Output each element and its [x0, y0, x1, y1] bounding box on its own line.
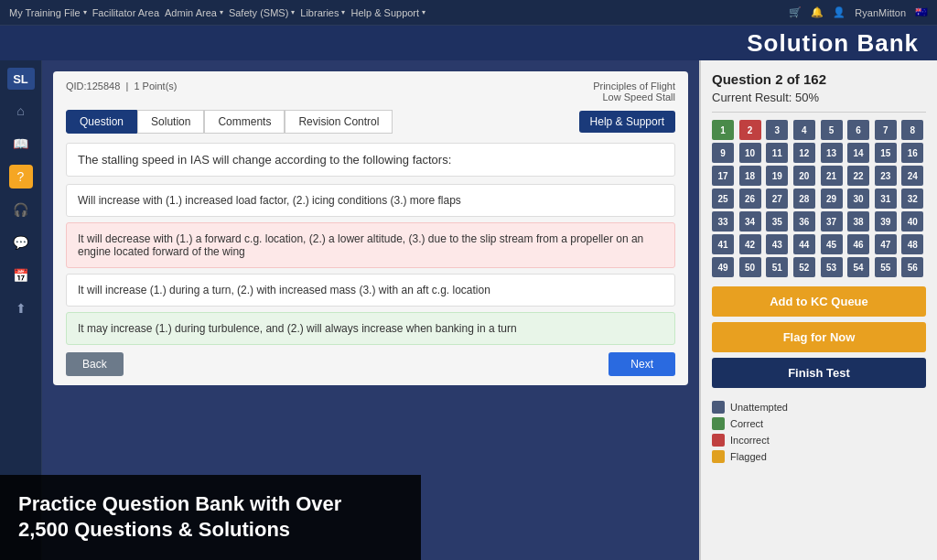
answer-option-b[interactable]: It will decrease with (1.) a forward c.g…: [66, 222, 675, 268]
sidebar-icon-question[interactable]: ?: [9, 165, 33, 188]
tab-revision-control[interactable]: Revision Control: [285, 110, 393, 134]
grid-cell-33[interactable]: 33: [712, 211, 734, 232]
grid-cell-47[interactable]: 47: [875, 234, 897, 254]
grid-cell-4[interactable]: 4: [793, 120, 815, 140]
grid-cell-37[interactable]: 37: [821, 211, 843, 232]
grid-cell-19[interactable]: 19: [766, 166, 788, 186]
grid-cell-43[interactable]: 43: [766, 234, 788, 254]
grid-cell-8[interactable]: 8: [901, 120, 923, 140]
grid-cell-23[interactable]: 23: [875, 166, 897, 186]
grid-cell-26[interactable]: 26: [739, 188, 761, 209]
sidebar-icon-upload[interactable]: ⬆: [9, 296, 33, 320]
nav-my-training[interactable]: My Training File ▾: [9, 7, 87, 18]
legend-unattempted: Unattempted: [712, 401, 926, 414]
answer-option-a[interactable]: Will increase with (1.) increased load f…: [66, 184, 675, 217]
grid-cell-52[interactable]: 52: [793, 257, 815, 277]
grid-cell-20[interactable]: 20: [793, 166, 815, 186]
answer-option-c[interactable]: It will increase (1.) during a turn, (2.…: [66, 274, 675, 307]
top-nav-left: My Training File ▾ Facilitator Area Admi…: [9, 7, 425, 18]
top-nav-right: 🛒 🔔 👤 RyanMitton 🇦🇺: [789, 6, 928, 18]
grid-cell-22[interactable]: 22: [847, 166, 869, 186]
grid-cell-42[interactable]: 42: [739, 234, 761, 254]
grid-cell-45[interactable]: 45: [821, 234, 843, 254]
grid-cell-36[interactable]: 36: [793, 211, 815, 232]
solution-bank-title: Solution Bank: [747, 29, 919, 58]
grid-cell-40[interactable]: 40: [901, 211, 923, 232]
grid-cell-44[interactable]: 44: [793, 234, 815, 254]
grid-cell-16[interactable]: 16: [901, 143, 923, 163]
add-kc-queue-button[interactable]: Add to KC Queue: [712, 286, 926, 317]
grid-cell-48[interactable]: 48: [901, 234, 923, 254]
grid-cell-6[interactable]: 6: [847, 120, 869, 140]
tab-question[interactable]: Question: [66, 110, 137, 134]
grid-cell-2[interactable]: 2: [739, 120, 761, 140]
nav-admin[interactable]: Admin Area ▾: [165, 7, 223, 18]
grid-cell-34[interactable]: 34: [739, 211, 761, 232]
help-support-button[interactable]: Help & Support: [579, 111, 675, 133]
grid-cell-28[interactable]: 28: [793, 188, 815, 209]
grid-cell-49[interactable]: 49: [712, 257, 734, 277]
next-button[interactable]: Next: [609, 352, 675, 376]
grid-cell-15[interactable]: 15: [875, 143, 897, 163]
grid-cell-46[interactable]: 46: [847, 234, 869, 254]
grid-cell-27[interactable]: 27: [766, 188, 788, 209]
question-grid: 1234567891011121314151617181920212223242…: [712, 120, 926, 277]
grid-cell-50[interactable]: 50: [739, 257, 761, 277]
grid-cell-10[interactable]: 10: [739, 143, 761, 163]
nav-safety[interactable]: Safety (SMS) ▾: [229, 7, 295, 18]
bell-icon[interactable]: 🔔: [811, 6, 824, 18]
grid-cell-51[interactable]: 51: [766, 257, 788, 277]
grid-cell-14[interactable]: 14: [847, 143, 869, 163]
finish-test-button[interactable]: Finish Test: [712, 358, 926, 388]
question-meta: QID:125848 | 1 Point(s) Principles of Fl…: [66, 81, 675, 102]
current-result: Current Result: 50%: [712, 91, 926, 113]
grid-cell-39[interactable]: 39: [875, 211, 897, 232]
sidebar-icon-book[interactable]: 📖: [9, 132, 33, 156]
grid-cell-12[interactable]: 12: [793, 143, 815, 163]
grid-cell-35[interactable]: 35: [766, 211, 788, 232]
grid-cell-13[interactable]: 13: [821, 143, 843, 163]
sidebar-logo: SL: [7, 68, 35, 90]
grid-cell-3[interactable]: 3: [766, 120, 788, 140]
grid-cell-30[interactable]: 30: [847, 188, 869, 209]
nav-facilitator[interactable]: Facilitator Area: [92, 7, 159, 18]
grid-cell-7[interactable]: 7: [875, 120, 897, 140]
grid-cell-21[interactable]: 21: [821, 166, 843, 186]
grid-cell-56[interactable]: 56: [901, 257, 923, 277]
grid-cell-53[interactable]: 53: [821, 257, 843, 277]
grid-cell-54[interactable]: 54: [847, 257, 869, 277]
grid-cell-11[interactable]: 11: [766, 143, 788, 163]
question-card: QID:125848 | 1 Point(s) Principles of Fl…: [53, 71, 688, 385]
sidebar-icon-headphone[interactable]: 🎧: [9, 198, 33, 221]
grid-cell-24[interactable]: 24: [901, 166, 923, 186]
grid-cell-29[interactable]: 29: [821, 188, 843, 209]
grid-cell-31[interactable]: 31: [875, 188, 897, 209]
grid-cell-9[interactable]: 9: [712, 143, 734, 163]
panel-title: Question 2 of 162: [712, 71, 926, 87]
tab-solution[interactable]: Solution: [137, 110, 204, 134]
profile-icon[interactable]: 👤: [833, 6, 845, 18]
sidebar-icon-calendar[interactable]: 📅: [9, 264, 33, 287]
grid-cell-1[interactable]: 1: [712, 120, 734, 140]
answer-option-d[interactable]: It may increase (1.) during turbulence, …: [66, 312, 675, 345]
unattempted-box: [712, 401, 725, 414]
grid-cell-55[interactable]: 55: [875, 257, 897, 277]
sidebar-icon-chat[interactable]: 💬: [9, 231, 33, 254]
grid-cell-5[interactable]: 5: [821, 120, 843, 140]
back-button[interactable]: Back: [66, 352, 124, 376]
grid-cell-18[interactable]: 18: [739, 166, 761, 186]
chevron-down-icon: ▾: [220, 8, 223, 16]
grid-cell-25[interactable]: 25: [712, 188, 734, 209]
grid-cell-32[interactable]: 32: [901, 188, 923, 209]
grid-cell-41[interactable]: 41: [712, 234, 734, 254]
nav-help[interactable]: Help & Support ▾: [350, 7, 425, 18]
sidebar-icon-home[interactable]: ⌂: [9, 99, 33, 123]
nav-libraries[interactable]: Libraries ▾: [300, 7, 345, 18]
chevron-down-icon: ▾: [83, 8, 87, 16]
flag-for-now-button[interactable]: Flag for Now: [712, 322, 926, 352]
cart-icon[interactable]: 🛒: [789, 6, 802, 18]
grid-cell-38[interactable]: 38: [847, 211, 869, 232]
correct-box: [712, 417, 725, 430]
tab-comments[interactable]: Comments: [204, 110, 285, 134]
grid-cell-17[interactable]: 17: [712, 166, 734, 186]
